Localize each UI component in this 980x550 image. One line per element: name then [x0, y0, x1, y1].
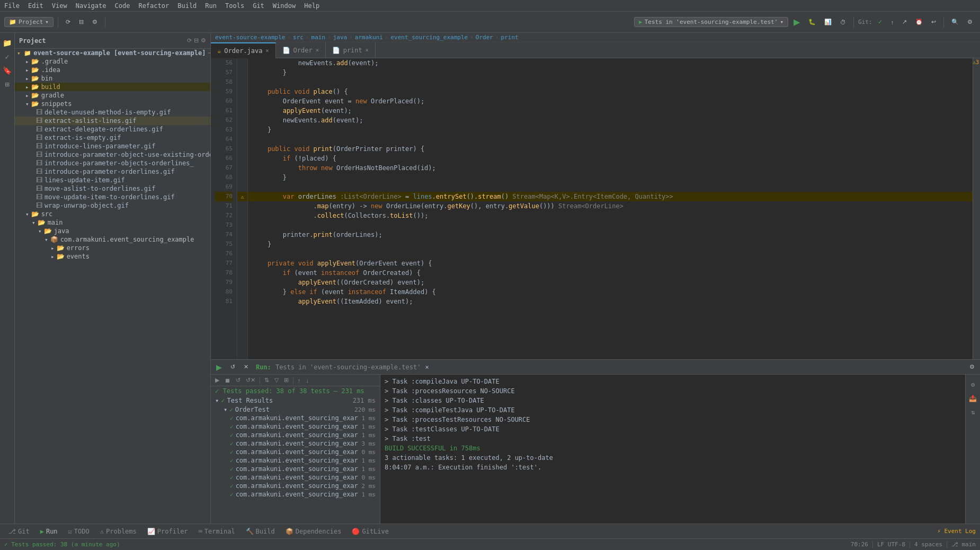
bottom-tab-profiler[interactable]: 📈 Profiler	[143, 527, 192, 536]
git-update-btn[interactable]: ↑	[888, 18, 897, 26]
bottom-tab-dependencies[interactable]: 📦 Dependencies	[281, 527, 346, 536]
tree-item-gif4[interactable]: 🎞 extract-is-empty.gif	[15, 134, 210, 142]
tree-item-gif7[interactable]: 🎞 introduce-parameter-objects-orderlines…	[15, 159, 210, 167]
menu-code[interactable]: Code	[115, 2, 130, 10]
breadcrumb-src[interactable]: event-source-example	[215, 34, 285, 41]
test-subitem-8[interactable]: ✓ com.armakuni.event_sourcing_exar 0 ms	[211, 473, 380, 482]
sidebar-collapse-btn[interactable]: ⊟	[194, 37, 199, 44]
bottom-tab-run[interactable]: ▶ Run	[36, 527, 62, 536]
test-stop-btn[interactable]: ⏹	[222, 376, 233, 385]
coverage-btn[interactable]: 📊	[821, 17, 835, 26]
git-push-btn[interactable]: ↗	[899, 17, 910, 26]
test-subitem-10[interactable]: ✓ com.armakuni.event_sourcing_exar 1 ms	[211, 490, 380, 499]
bottom-tab-problems[interactable]: ⚠ Problems	[96, 527, 141, 536]
status-position[interactable]: 70:26	[851, 541, 868, 548]
tree-item-main[interactable]: ▾ 📂 main	[15, 218, 210, 227]
search-btn[interactable]: 🔍	[948, 17, 962, 26]
breadcrumb-java[interactable]: main	[311, 34, 326, 41]
test-run-btn[interactable]: ▶	[213, 376, 221, 385]
test-rerun-btn[interactable]: ↺	[234, 376, 243, 385]
test-rerun-failed-btn[interactable]: ↺✕	[244, 376, 257, 385]
menu-window[interactable]: Window	[273, 2, 296, 10]
tree-item-src[interactable]: ▾ 📂 src	[15, 210, 210, 218]
test-subitem-5[interactable]: ✓ com.armakuni.event_sourcing_exar 0 ms	[211, 448, 380, 456]
tree-item-errors[interactable]: ▸ 📂 errors	[15, 244, 210, 252]
test-export-btn[interactable]: ↑	[296, 376, 303, 385]
right-strip-btn1[interactable]: ⚙	[967, 379, 979, 391]
tree-item-package[interactable]: ▾ 📦 com.armakuni.event_sourcing_example	[15, 235, 210, 244]
test-sort-btn[interactable]: ⇅	[262, 376, 271, 385]
tree-item-gif12[interactable]: 🎞 wrap-unwrap-object.gif	[15, 201, 210, 210]
bottom-tab-build[interactable]: 🔨 Build	[242, 527, 279, 536]
tree-root[interactable]: ▾ 📁 event-source-example [event-sourcing…	[15, 49, 210, 57]
project-dropdown[interactable]: 📁 Project ▾	[4, 17, 54, 27]
run-btn[interactable]: ▶	[790, 16, 803, 28]
test-subitem-2[interactable]: ✓ com.armakuni.event_sourcing_exar 1 ms	[211, 422, 380, 431]
run-stop-btn[interactable]: ▶	[213, 362, 225, 372]
breadcrumb-print[interactable]: print	[501, 34, 519, 41]
menu-edit[interactable]: Edit	[28, 2, 43, 10]
test-header-root[interactable]: ▾ ✓ Test Results 231 ms	[211, 396, 380, 405]
tab-print[interactable]: 📄 print ×	[326, 42, 376, 58]
test-expand-btn[interactable]: ⊞	[282, 376, 291, 385]
tab-order-close[interactable]: ×	[316, 47, 319, 53]
run-close-x[interactable]: ×	[425, 363, 429, 371]
breadcrumb-pkg[interactable]: java	[333, 34, 348, 41]
tree-item-gif6[interactable]: 🎞 introduce-parameter-object-use-existin…	[15, 150, 210, 159]
git-revert-btn[interactable]: ↩	[928, 17, 939, 26]
run-configuration[interactable]: ▶ Tests in 'event-sourcing-example.test'…	[634, 17, 788, 27]
bottom-tab-gitlive[interactable]: 🔴 GitLive	[348, 527, 393, 536]
bottom-tab-todo[interactable]: ☑ TODO	[64, 527, 94, 536]
tree-item-gradle[interactable]: ▸ 📂 .gradle	[15, 57, 210, 66]
tree-item-gif11[interactable]: 🎞 move-update-item-to-orderlines.gif	[15, 193, 210, 201]
tree-item-events[interactable]: ▸ 📂 events	[15, 252, 210, 261]
test-subitem-7[interactable]: ✓ com.armakuni.event_sourcing_exar 1 ms	[211, 465, 380, 473]
tree-item-snippets[interactable]: ▾ 📂 snippets	[15, 100, 210, 108]
menu-build[interactable]: Build	[177, 2, 197, 10]
menu-file[interactable]: File	[4, 2, 20, 10]
menu-tools[interactable]: Tools	[225, 2, 244, 10]
run-settings-btn[interactable]: ⚙	[966, 362, 978, 371]
tree-item-gif9[interactable]: 🎞 lines-update-item.gif	[15, 176, 210, 184]
event-log-btn[interactable]: ⚡ Event Log	[937, 528, 976, 535]
sync-btn[interactable]: ⟳	[63, 17, 74, 26]
status-branch[interactable]: ⎇ main	[951, 541, 976, 548]
bottom-tab-terminal[interactable]: ⌨ Terminal	[194, 527, 239, 536]
menu-git[interactable]: Git	[253, 2, 264, 10]
debug-btn[interactable]: 🐛	[805, 17, 819, 26]
tree-item-java[interactable]: ▾ 📂 java	[15, 227, 210, 235]
code-content[interactable]: newEvents.add(event); } public void plac…	[248, 58, 973, 359]
tree-item-gif1[interactable]: 🎞 delete-unused-method-is-empty.gif	[15, 108, 210, 117]
commit-btn[interactable]: ✓	[2, 51, 13, 63]
menu-view[interactable]: View	[52, 2, 67, 10]
profile-btn[interactable]: ⏱	[837, 18, 849, 26]
tree-item-build[interactable]: ▸ 📂 build	[15, 83, 210, 91]
right-strip-btn3[interactable]: ⇅	[967, 406, 979, 418]
tree-item-idea[interactable]: ▸ 📂 .idea	[15, 66, 210, 74]
test-subitem-6[interactable]: ✓ com.armakuni.event_sourcing_exar 1 ms	[211, 456, 380, 465]
breadcrumb-main[interactable]: src	[293, 34, 304, 41]
run-rerun-btn[interactable]: ↺	[227, 362, 238, 371]
bottom-tab-git[interactable]: ⎇ Git	[4, 527, 34, 536]
test-subitem-1[interactable]: ✓ com.armakuni.event_sourcing_exar 1 ms	[211, 414, 380, 422]
tree-item-gradle2[interactable]: ▸ 📂 gradle	[15, 91, 210, 100]
test-item-ordertest[interactable]: ▾ ✓ OrderTest 220 ms	[211, 405, 380, 414]
settings-btn[interactable]: ⚙	[89, 17, 101, 26]
menu-run[interactable]: Run	[205, 2, 217, 10]
test-subitem-4[interactable]: ✓ com.armakuni.event_sourcing_exar 3 ms	[211, 439, 380, 448]
menu-help[interactable]: Help	[304, 2, 319, 10]
tab-print-close[interactable]: ×	[366, 47, 369, 53]
structure-btn[interactable]: ⊞	[2, 78, 13, 90]
settings-gear-btn[interactable]: ⚙	[964, 17, 976, 26]
menu-refactor[interactable]: Refactor	[138, 2, 169, 10]
breadcrumb-order[interactable]: Order	[476, 34, 493, 41]
tree-item-gif10[interactable]: 🎞 move-aslist-to-orderlines.gif	[15, 184, 210, 193]
tree-item-gif3[interactable]: 🎞 extract-delegate-orderlines.gif	[15, 125, 210, 134]
git-history-btn[interactable]: ⏰	[912, 17, 926, 26]
test-import-btn[interactable]: ↓	[304, 376, 311, 385]
breadcrumb-event[interactable]: event_sourcing_example	[390, 34, 468, 41]
collapse-btn[interactable]: ⊟	[76, 17, 87, 26]
tree-item-gif2[interactable]: 🎞 extract-aslist-lines.gif	[15, 117, 210, 125]
right-strip-btn2[interactable]: 📤	[967, 393, 979, 404]
menu-navigate[interactable]: Navigate	[76, 2, 106, 10]
